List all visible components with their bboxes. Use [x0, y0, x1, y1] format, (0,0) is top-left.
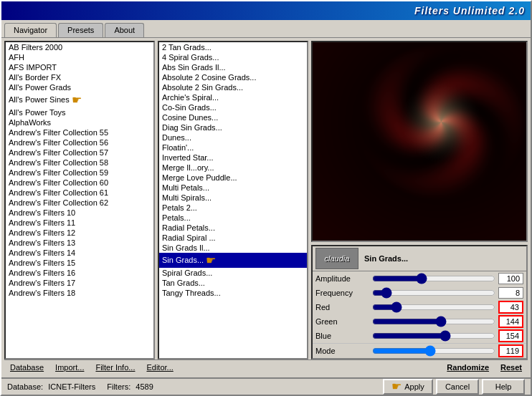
- randomize-btn[interactable]: Randomize: [444, 362, 492, 373]
- list-item[interactable]: Andrew's Filter Collection 58: [6, 158, 153, 168]
- list-item[interactable]: Archie's Spiral...: [159, 92, 307, 102]
- right-panel: claudia Sin Grads... Amplitude100Frequen…: [311, 41, 528, 359]
- mode-slider[interactable]: [372, 345, 495, 357]
- list-item[interactable]: Multi Spirals...: [159, 193, 307, 203]
- list-item[interactable]: Spiral Grads...: [159, 268, 307, 278]
- list-item[interactable]: AFS IMPORT: [6, 62, 153, 72]
- list-item[interactable]: Cosine Dunes...: [159, 112, 307, 122]
- database-btn[interactable]: Database: [7, 362, 47, 373]
- list-item[interactable]: All's Power Toys: [6, 107, 153, 117]
- list-item[interactable]: Andrew's Filters 10: [6, 208, 153, 218]
- filters-value: 4589: [136, 382, 153, 391]
- list-item[interactable]: Absolute 2 Cosine Grads...: [159, 72, 307, 82]
- list-item[interactable]: Andrew's Filters 14: [6, 248, 153, 258]
- param-slider-blue[interactable]: [372, 329, 495, 342]
- top-section: AB Filters 2000AFHAFS IMPORTAll's Border…: [4, 41, 528, 359]
- list-item[interactable]: Co-Sin Grads...: [159, 102, 307, 112]
- list-item[interactable]: Andrew's Filters 12: [6, 228, 153, 238]
- param-label-frequency: Frequency: [315, 288, 369, 298]
- filter-info-btn[interactable]: Filter Info...: [92, 362, 138, 373]
- apply-button[interactable]: ☛ Apply: [383, 379, 433, 395]
- list-item[interactable]: All's Power Sines☛: [6, 92, 153, 107]
- mode-value: 119: [498, 344, 523, 357]
- selected-filter-name: Sin Grads...: [364, 254, 408, 263]
- list-item[interactable]: Sin Grads...☛: [159, 253, 307, 268]
- bottom-bar: Database: ICNET-Filters Filters: 4589 ☛ …: [1, 377, 531, 395]
- filter-name-list[interactable]: 2 Tan Grads...4 Spiral Grads...Abs Sin G…: [159, 42, 307, 358]
- param-value-blue: 154: [498, 329, 523, 342]
- list-item[interactable]: Radial Petals...: [159, 223, 307, 233]
- list-item[interactable]: Petals 2...: [159, 203, 307, 213]
- list-item[interactable]: Tan Grads...: [159, 278, 307, 288]
- list-item[interactable]: Floatin'...: [159, 143, 307, 153]
- list-item[interactable]: Andrew's Filter Collection 62: [6, 198, 153, 208]
- list-item[interactable]: Absolute 2 Sin Grads...: [159, 82, 307, 92]
- list-item[interactable]: Tangy Threads...: [159, 288, 307, 298]
- list-item[interactable]: Andrew's Filters 17: [6, 278, 153, 288]
- plugin-logo: claudia: [315, 248, 358, 269]
- param-row-blue: Blue154: [313, 329, 526, 343]
- preview-area: [311, 41, 528, 242]
- editor-btn[interactable]: Editor...: [143, 362, 176, 373]
- list-item[interactable]: All's Border FX: [6, 72, 153, 82]
- filter-category-list[interactable]: AB Filters 2000AFHAFS IMPORTAll's Border…: [6, 42, 153, 358]
- list-item[interactable]: Inverted Star...: [159, 153, 307, 163]
- param-slider-red[interactable]: [372, 301, 495, 314]
- param-value-green: 144: [498, 315, 523, 328]
- tab-presets[interactable]: Presets: [58, 23, 103, 37]
- list-item[interactable]: Sin Grads Il...: [159, 243, 307, 253]
- param-value-frequency: 8: [498, 287, 523, 299]
- cancel-button[interactable]: Cancel: [436, 379, 479, 395]
- list-item[interactable]: Dunes...: [159, 132, 307, 143]
- param-slider-amplitude[interactable]: [372, 272, 495, 285]
- import-btn[interactable]: Import...: [52, 362, 87, 373]
- list-item[interactable]: Radial Spiral ...: [159, 233, 307, 243]
- list-item[interactable]: Andrew's Filters 11: [6, 218, 153, 228]
- content-area: AB Filters 2000AFHAFS IMPORTAll's Border…: [1, 37, 531, 377]
- param-row-green: Green144: [313, 314, 526, 329]
- list-item[interactable]: Andrew's Filters 13: [6, 238, 153, 248]
- list-item[interactable]: All's Power Grads: [6, 82, 153, 92]
- list-item[interactable]: Andrew's Filter Collection 55: [6, 127, 153, 137]
- param-row-red: Red43: [313, 300, 526, 314]
- list-item[interactable]: Merge Love Puddle...: [159, 173, 307, 183]
- list-item[interactable]: Petals...: [159, 213, 307, 223]
- list-item[interactable]: Diag Sin Grads...: [159, 122, 307, 132]
- list-item[interactable]: AFH: [6, 52, 153, 62]
- list-item[interactable]: Andrew's Filters 15: [6, 258, 153, 268]
- list-item[interactable]: Andrew's Filter Collection 61: [6, 188, 153, 198]
- list-item[interactable]: Multi Petals...: [159, 183, 307, 193]
- database-value: ICNET-Filters: [48, 382, 95, 391]
- bottom-buttons: ☛ Apply Cancel Help: [383, 379, 525, 395]
- param-value-amplitude: 100: [498, 273, 523, 284]
- database-label: Database: ICNET-Filters: [7, 382, 95, 391]
- list-item[interactable]: Andrew's Filter Collection 57: [6, 148, 153, 158]
- list-item[interactable]: AB Filters 2000: [6, 42, 153, 52]
- mode-row: Mode119: [313, 343, 526, 358]
- param-label-amplitude: Amplitude: [315, 274, 369, 284]
- list-item[interactable]: AlphaWorks: [6, 117, 153, 127]
- main-window: Filters Unlimited 2.0 Navigator Presets …: [0, 0, 532, 396]
- list-item[interactable]: Andrew's Filters 16: [6, 268, 153, 278]
- params-area: claudia Sin Grads... Amplitude100Frequen…: [311, 245, 528, 359]
- reset-btn[interactable]: Reset: [498, 362, 525, 373]
- tab-about[interactable]: About: [105, 23, 144, 37]
- help-button[interactable]: Help: [482, 379, 525, 395]
- list-item[interactable]: Merge Il...ory...: [159, 163, 307, 173]
- list-item[interactable]: Andrew's Filters 18: [6, 288, 153, 298]
- list-item[interactable]: Andrew's Filter Collection 56: [6, 137, 153, 148]
- param-slider-green[interactable]: [372, 315, 495, 328]
- filters-label: Filters: 4589: [107, 382, 153, 391]
- param-slider-frequency[interactable]: [372, 286, 495, 299]
- preview-canvas: [313, 42, 526, 241]
- list-item[interactable]: 4 Spiral Grads...: [159, 52, 307, 62]
- list-item[interactable]: Abs Sin Grads Il...: [159, 62, 307, 72]
- list-item[interactable]: Andrew's Filter Collection 60: [6, 178, 153, 188]
- list-item[interactable]: Andrew's Filter Collection 59: [6, 168, 153, 178]
- mode-label: Mode: [315, 346, 369, 356]
- tab-navigator[interactable]: Navigator: [4, 23, 57, 37]
- title-bar: Filters Unlimited 2.0: [1, 1, 531, 20]
- list-item[interactable]: 2 Tan Grads...: [159, 42, 307, 52]
- bottom-info: Database: ICNET-Filters Filters: 4589: [7, 382, 153, 391]
- param-value-red: 43: [498, 301, 523, 314]
